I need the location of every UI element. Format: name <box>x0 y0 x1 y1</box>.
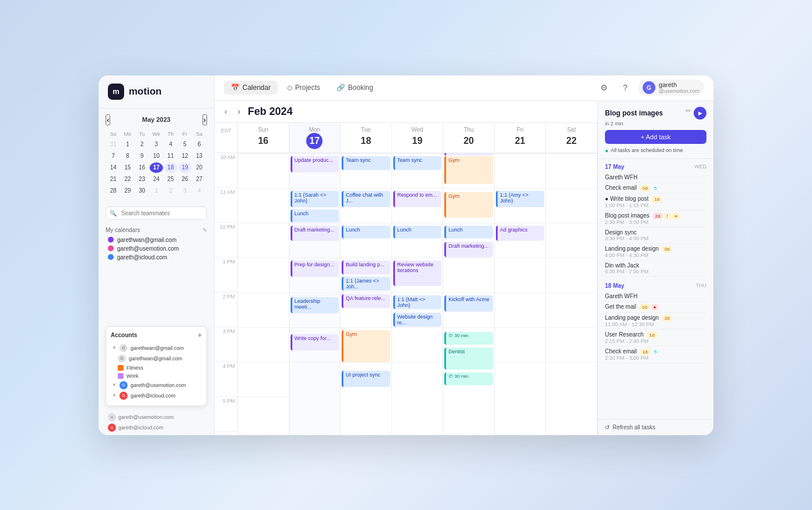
event-ad-graphics[interactable]: Ad graphics <box>496 226 545 241</box>
mini-cal-day[interactable]: 23 <box>135 174 148 185</box>
event-1on1-amy[interactable]: 1:1 (Amy <> John) <box>496 191 545 207</box>
event-lunch-wed[interactable]: Lunch <box>393 226 442 238</box>
mini-cal-day[interactable]: 3 <box>150 139 163 150</box>
day-header-wed19[interactable]: Wed 19 <box>392 123 444 153</box>
task-item[interactable]: User Research 1d 2:15 PM - 2:45 PM <box>605 330 706 346</box>
calendar-item-motion[interactable]: gareth@usemotion.com <box>106 244 207 253</box>
mini-cal-day[interactable]: 2 <box>135 139 148 150</box>
sidebar-footer-item2[interactable]: G gareth@icloud.com <box>106 422 207 433</box>
sidebar-footer-item[interactable]: G gareth@usemotion.com <box>106 412 207 422</box>
refresh-button[interactable]: ↺ Refresh all tasks <box>598 419 713 435</box>
account-item-work[interactable]: Work <box>111 372 202 380</box>
event-qa-feature[interactable]: QA feature rele... <box>342 294 390 308</box>
event-gym-thu1[interactable]: Gym <box>444 156 493 184</box>
search-input[interactable] <box>106 207 207 220</box>
event-gym-tue[interactable]: Gym <box>342 330 390 362</box>
event-1on1-matt[interactable]: 1:1 (Matt <> John) <box>393 295 442 309</box>
add-account-button[interactable]: + <box>198 331 202 339</box>
mini-cal-day[interactable]: 16 <box>135 162 148 173</box>
task-item[interactable]: Gareth WFH <box>605 291 706 302</box>
event-prep-design[interactable]: Prep for design... <box>291 261 339 277</box>
calendar-item-gmail[interactable]: garethwan@gmail.com <box>106 236 207 244</box>
day-header-mon17[interactable]: Mon 17 <box>289 123 341 153</box>
task-item[interactable]: Design sync 3:30 PM - 4:00 PM <box>605 227 706 244</box>
mini-cal-next[interactable]: › <box>202 114 207 125</box>
event-team-sync-tue[interactable]: Team sync <box>342 156 390 170</box>
day-header-fri21[interactable]: Fri 21 <box>495 123 546 153</box>
cal-next-button[interactable]: › <box>235 106 244 117</box>
help-button[interactable]: ? <box>617 79 633 96</box>
event-dentist[interactable]: Dentist <box>444 348 493 370</box>
mini-cal-day[interactable]: 31 <box>107 139 120 150</box>
mini-cal-day[interactable]: 24 <box>150 174 163 185</box>
task-item[interactable]: Gareth WFH <box>605 172 706 183</box>
mini-cal-day[interactable]: 8 <box>121 151 135 161</box>
mini-cal-day[interactable]: 3 <box>179 186 192 196</box>
mini-cal-day[interactable]: 1 <box>150 186 163 196</box>
nav-booking[interactable]: 🔗 Booking <box>329 81 380 95</box>
event-30min-2[interactable]: ⏱ 30 min <box>444 372 493 385</box>
mini-cal-day[interactable]: 6 <box>193 139 206 150</box>
mini-cal-day[interactable]: 4 <box>164 139 177 150</box>
event-review-website[interactable]: Review website iterations <box>393 261 442 286</box>
task-item[interactable]: Landing page design 0d 4:00 PM - 4:30 PM <box>605 244 706 261</box>
edit-icon[interactable]: ✎ <box>202 227 207 233</box>
mini-cal-today[interactable]: 17 <box>150 162 163 173</box>
mini-cal-day[interactable]: 9 <box>135 151 148 161</box>
mini-cal-day[interactable]: 14 <box>107 162 120 173</box>
task-item[interactable]: Get the mail 1d● <box>605 302 706 313</box>
account-item-icloud[interactable]: ▼ G gareth@icloud.com <box>111 390 202 401</box>
edit-task-icon[interactable]: ✏ <box>686 107 691 120</box>
mini-cal-day[interactable]: 2 <box>164 186 177 196</box>
account-item[interactable]: ▼ G garethwan@gmail.com <box>111 343 202 353</box>
day-header-tue18[interactable]: Tue 18 <box>340 123 392 153</box>
play-button[interactable]: ▶ <box>694 107 706 120</box>
mini-cal-day[interactable]: 21 <box>107 174 120 185</box>
mini-cal-day[interactable]: 22 <box>121 174 135 185</box>
mini-cal-day[interactable]: 11 <box>164 151 177 161</box>
mini-cal-day[interactable]: 19 <box>179 162 192 173</box>
event-draft-marketing-thu[interactable]: Draft marketing... <box>444 242 493 257</box>
mini-cal-day[interactable]: 26 <box>179 174 192 185</box>
mini-cal-day[interactable]: 1 <box>121 139 135 150</box>
mini-cal-prev[interactable]: ‹ <box>106 114 110 125</box>
event-lunch-thu[interactable]: Lunch <box>444 226 493 238</box>
task-item[interactable]: Blog post images 2d!● 2:30 PM - 3:00 PM <box>605 211 706 227</box>
mini-cal-day[interactable]: 25 <box>164 174 177 185</box>
event-1on1-james[interactable]: 1:1 (James <> Joh... <box>342 277 390 291</box>
event-coffee-chat[interactable]: Coffee chat with J... <box>342 191 390 207</box>
mini-cal-day[interactable]: 12 <box>179 151 192 161</box>
task-item[interactable]: ● Write blog post 1d 1:00 PM - 1:15 PM <box>605 194 706 211</box>
day-header-thu20[interactable]: Thu 20 <box>443 123 495 153</box>
mini-cal-day[interactable]: 7 <box>107 151 120 161</box>
day-header-sat22[interactable]: Sat 22 <box>546 123 597 153</box>
task-item[interactable]: Din with Jack 6:30 PM - 7:00 PM <box>605 261 706 277</box>
nav-projects[interactable]: ◇ Projects <box>280 81 327 95</box>
account-item-gmail2[interactable]: G garethwan@gmail.com <box>111 353 202 364</box>
event-blog-post-imag[interactable]: Blog post imag... <box>444 153 493 155</box>
event-kickoff-acme[interactable]: Kickoff with Acme <box>444 295 493 312</box>
mini-cal-day[interactable]: 18 <box>164 162 177 173</box>
event-draft-marketing-mon[interactable]: Draft marketing... <box>291 226 339 241</box>
task-item[interactable]: Check email 0d5 <box>605 183 706 194</box>
event-respond-em[interactable]: Respond to em... <box>393 191 442 207</box>
mini-cal-day[interactable]: 20 <box>193 162 206 173</box>
cal-prev-button[interactable]: ‹ <box>222 106 230 117</box>
event-website-design[interactable]: Website design re... <box>393 313 442 327</box>
mini-cal-day[interactable]: 10 <box>150 151 163 161</box>
event-build-landing[interactable]: Build landing p... <box>342 261 390 274</box>
event-ui-project-sync[interactable]: UI project sync <box>342 371 390 387</box>
mini-cal-day[interactable]: 30 <box>135 186 148 196</box>
event-lunch-tue[interactable]: Lunch <box>342 226 390 238</box>
calendar-item-icloud[interactable]: gareth@icloud.com <box>106 253 207 262</box>
event-write-copy[interactable]: Write copy for... <box>291 334 339 350</box>
nav-calendar[interactable]: 📅 Calendar <box>224 81 278 95</box>
add-task-button[interactable]: + Add task <box>605 130 706 144</box>
event-gym-thu2[interactable]: Gym <box>444 192 493 218</box>
event-30min-1[interactable]: ⏱ 30 min <box>444 332 493 345</box>
event-team-sync-wed[interactable]: Team sync <box>393 156 442 170</box>
mini-cal-day[interactable]: 4 <box>193 186 206 196</box>
mini-cal-day[interactable]: 15 <box>121 162 135 173</box>
event-lunch-mon[interactable]: Lunch <box>291 209 339 222</box>
account-item-usemotion[interactable]: ▼ G gareth@usemotion.com <box>111 380 202 390</box>
